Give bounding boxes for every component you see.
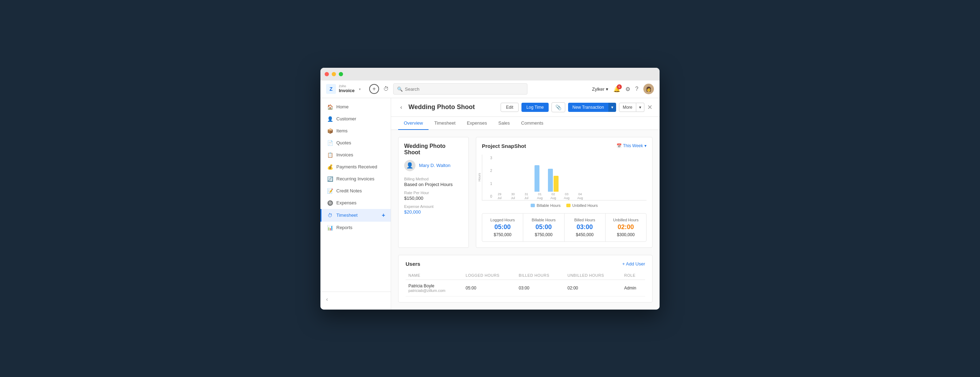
legend-billable-label: Billable Hours	[537, 203, 561, 208]
help-button[interactable]: ?	[635, 86, 638, 92]
calendar-icon: 📅	[616, 143, 622, 148]
sidebar-item-recurring-invoices[interactable]: 🔄 Recurring Invoices	[320, 173, 391, 185]
sidebar-timesheet-add-icon[interactable]: +	[382, 212, 385, 219]
project-title: Wedding Photo Shoot	[408, 103, 496, 111]
more-chevron-button[interactable]: ▾	[636, 103, 644, 112]
credit-notes-icon: 📝	[327, 188, 333, 194]
sidebar-item-credit-notes[interactable]: 📝 Credit Notes	[320, 185, 391, 197]
stat-billed-time: 03:00	[570, 223, 600, 231]
users-table-body: Patricia Boyle patriciab@zillum.com 05:0…	[406, 280, 645, 296]
sidebar-item-home[interactable]: 🏠 Home	[320, 101, 391, 113]
expense-value[interactable]: $20,000	[404, 209, 463, 215]
main-layout: 🏠 Home 👤 Customer 📦 Items 📄 Quotes 📋	[320, 98, 660, 310]
log-time-button[interactable]: Log Time	[522, 103, 549, 112]
chart-label-1: 30Jul	[511, 192, 515, 200]
attach-button[interactable]: 📎	[552, 102, 565, 112]
rate-label: Rate Per Hour	[404, 191, 463, 195]
chart-legend: Billable Hours Unbilled Hours	[482, 203, 646, 208]
logo-icon: Z	[326, 84, 336, 94]
logo-chevron-icon[interactable]: ▾	[359, 87, 361, 91]
sidebar-item-customer[interactable]: 👤 Customer	[320, 113, 391, 125]
chart-label-6: 04Aug	[577, 192, 583, 200]
close-project-button[interactable]: ✕	[647, 103, 652, 111]
tab-comments-label: Comments	[521, 120, 543, 126]
legend-unbilled-label: Unbilled Hours	[572, 203, 598, 208]
recurring-icon: 🔄	[327, 176, 333, 182]
customer-icon: 👤	[327, 116, 333, 122]
sidebar-item-timesheet[interactable]: ⏱ Timesheet +	[320, 209, 391, 222]
settings-button[interactable]: ⚙	[625, 86, 630, 92]
project-header: ‹ Wedding Photo Shoot Edit Log Time 📎 Ne…	[391, 98, 660, 117]
notif-badge: 5	[617, 84, 622, 89]
sidebar-footer: ‹	[320, 291, 391, 307]
billing-method-label: Billing Method	[404, 177, 463, 181]
sidebar-item-invoices[interactable]: 📋 Invoices	[320, 149, 391, 161]
search-input[interactable]	[405, 87, 523, 92]
chart-label-5: 03Aug	[564, 192, 570, 200]
stat-unbilled-amount: $300,000	[611, 232, 641, 237]
notifications-button[interactable]: 🔔 5	[613, 86, 620, 92]
more-button[interactable]: More	[619, 103, 636, 112]
y-label-2: 2	[482, 169, 492, 173]
search-icon: 🔍	[397, 87, 403, 92]
chart-bars-4	[548, 153, 558, 192]
tab-overview[interactable]: Overview	[398, 117, 428, 130]
chart-group-0: 29Jul	[494, 153, 505, 200]
users-title: Users	[406, 261, 420, 267]
new-transaction-chevron-button[interactable]: ▾	[608, 103, 616, 112]
tab-comments[interactable]: Comments	[515, 117, 549, 130]
stat-unbilled-label: Unbilled Hours	[611, 218, 641, 222]
sidebar-item-reports[interactable]: 📊 Reports	[320, 222, 391, 234]
logo-area: Z Zoho Invoice ▾	[326, 84, 365, 94]
sidebar-credit-notes-label: Credit Notes	[336, 188, 362, 193]
invoices-icon: 📋	[327, 152, 333, 158]
col-role: ROLE	[621, 271, 645, 280]
chart-bars-1	[508, 153, 518, 192]
this-week-button[interactable]: 📅 This Week ▾	[616, 143, 646, 148]
back-button[interactable]: ‹	[398, 103, 404, 111]
col-billed: BILLED HOURS	[516, 271, 565, 280]
user-chevron-icon: ▾	[606, 87, 608, 92]
user-avatar[interactable]: 👩	[643, 84, 654, 94]
maximize-button[interactable]	[339, 72, 343, 76]
history-button[interactable]: ⏱	[383, 86, 389, 92]
user-name-button[interactable]: Zylker ▾	[592, 87, 608, 92]
sidebar-item-quotes[interactable]: 📄 Quotes	[320, 137, 391, 149]
new-transaction-button[interactable]: New Transaction	[568, 103, 608, 112]
edit-button[interactable]: Edit	[501, 103, 519, 112]
chart-label-0: 29Jul	[498, 192, 502, 200]
snapshot-header: Project SnapShot 📅 This Week ▾	[482, 143, 646, 149]
client-name[interactable]: Mary D. Walton	[419, 163, 450, 168]
minimize-button[interactable]	[332, 72, 336, 76]
sidebar-collapse-button[interactable]: ‹	[326, 296, 328, 303]
search-bar: 🔍	[393, 83, 527, 95]
tab-sales[interactable]: Sales	[493, 117, 516, 130]
tab-expenses[interactable]: Expenses	[461, 117, 493, 130]
add-user-button[interactable]: + Add User	[622, 261, 645, 266]
sidebar-customer-label: Customer	[336, 116, 356, 122]
stat-logged-label: Logged Hours	[488, 218, 517, 222]
app-window: Z Zoho Invoice ▾ + ⏱ 🔍 Zylker ▾ 🔔	[320, 68, 660, 310]
user-email-value: patriciab@zillum.com	[408, 288, 460, 293]
stat-logged-time: 05:00	[488, 223, 517, 231]
sidebar-item-items[interactable]: 📦 Items	[320, 125, 391, 137]
sidebar-item-expenses[interactable]: 🔘 Expenses	[320, 197, 391, 209]
stat-unbilled-time: 02:00	[611, 223, 641, 231]
users-header: Users + Add User	[406, 261, 645, 267]
add-button[interactable]: +	[369, 84, 379, 94]
user-unbilled-cell: 02:00	[565, 280, 621, 296]
app-container: Z Zoho Invoice ▾ + ⏱ 🔍 Zylker ▾ 🔔	[320, 81, 660, 310]
more-group: More ▾	[619, 103, 644, 112]
legend-billable: Billable Hours	[531, 203, 561, 208]
header-actions: Edit Log Time 📎 New Transaction ▾ More ▾…	[501, 102, 652, 112]
tab-timesheet[interactable]: Timesheet	[428, 117, 461, 130]
close-button[interactable]	[325, 72, 329, 76]
top-bar: Z Zoho Invoice ▾ + ⏱ 🔍 Zylker ▾ 🔔	[320, 81, 660, 98]
user-logged-cell: 05:00	[463, 280, 516, 296]
col-logged: LOGGED HOURS	[463, 271, 516, 280]
logo-text: Zoho Invoice	[339, 85, 355, 93]
sidebar-payments-label: Payments Received	[336, 164, 377, 169]
chart-bars-3	[535, 153, 545, 192]
sidebar-recurring-label: Recurring Invoices	[336, 176, 374, 181]
sidebar-item-payments-received[interactable]: 💰 Payments Received	[320, 161, 391, 173]
